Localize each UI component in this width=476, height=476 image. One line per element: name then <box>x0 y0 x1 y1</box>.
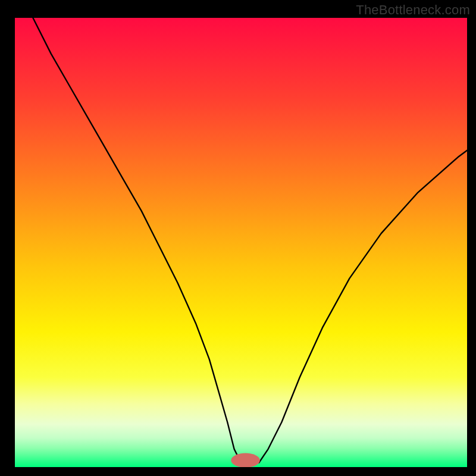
gradient-background <box>15 18 467 467</box>
watermark-label: TheBottleneck.com <box>356 2 470 18</box>
minimum-marker <box>231 453 260 468</box>
bottleneck-chart <box>0 0 476 476</box>
chart-container: TheBottleneck.com <box>0 0 476 476</box>
